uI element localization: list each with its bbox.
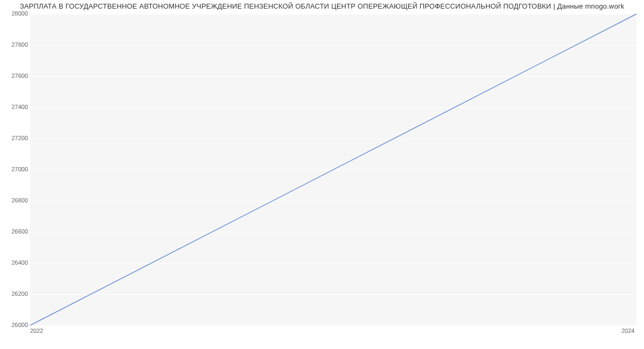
line-series — [30, 14, 636, 325]
y-tick-label: 27800 — [2, 41, 28, 48]
y-tick-label: 28000 — [2, 10, 28, 17]
y-tick-label: 27000 — [2, 166, 28, 172]
y-tick-label: 27600 — [2, 72, 28, 79]
y-tick-label: 26800 — [2, 197, 28, 203]
y-tick-label: 26000 — [2, 322, 28, 328]
chart-title: ЗАРПЛАТА В ГОСУДАРСТВЕННОЕ АВТОНОМНОЕ УЧ… — [0, 2, 644, 10]
y-tick-label: 27400 — [2, 104, 28, 110]
y-tick-label: 26600 — [2, 228, 28, 235]
gridline — [30, 325, 636, 326]
plot-area — [30, 14, 636, 325]
y-tick-label: 26200 — [2, 290, 28, 297]
y-tick-label: 26400 — [2, 259, 28, 266]
y-tick-label: 27200 — [2, 135, 28, 141]
x-tick-label: 2024 — [621, 328, 634, 334]
chart-container: ЗАРПЛАТА В ГОСУДАРСТВЕННОЕ АВТОНОМНОЕ УЧ… — [0, 0, 644, 349]
x-tick-label: 2022 — [30, 328, 43, 334]
chart-lines — [30, 14, 636, 325]
